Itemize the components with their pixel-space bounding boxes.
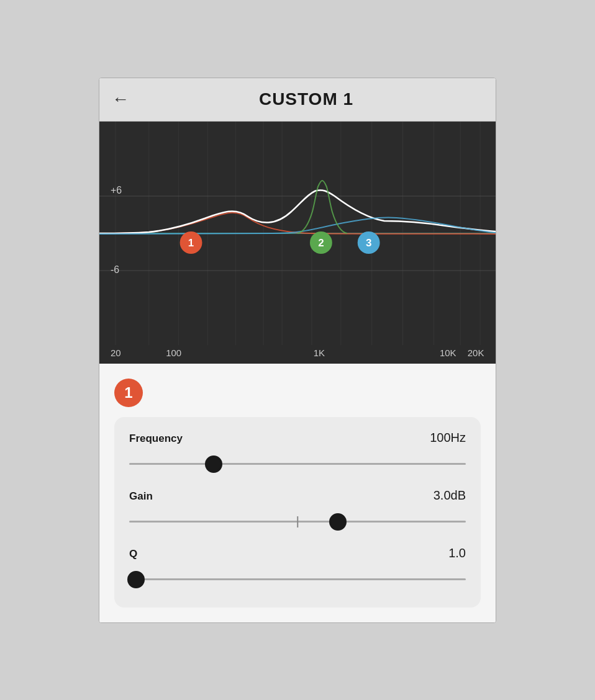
active-band-indicator: 1 xyxy=(114,379,143,407)
svg-text:3: 3 xyxy=(366,236,371,248)
frequency-slider-row: Frequency 100Hz xyxy=(129,431,466,475)
svg-text:-6: -6 xyxy=(111,264,119,274)
q-header: Q 1.0 xyxy=(129,546,466,560)
svg-text:20K: 20K xyxy=(468,347,484,357)
gain-value: 3.0dB xyxy=(434,488,466,503)
app-container: ← CUSTOM 1 xyxy=(99,78,496,623)
frequency-track-wrapper xyxy=(129,463,466,465)
slider-card: Frequency 100Hz Gain 3.0dB xyxy=(114,417,481,608)
q-slider-row: Q 1.0 xyxy=(129,546,466,590)
q-track xyxy=(129,578,466,580)
gain-header: Gain 3.0dB xyxy=(129,488,466,503)
svg-text:10K: 10K xyxy=(440,347,456,357)
gain-slider-row: Gain 3.0dB xyxy=(129,488,466,532)
svg-text:2: 2 xyxy=(318,236,324,248)
gain-track-wrapper xyxy=(129,521,466,523)
active-band-number: 1 xyxy=(124,384,132,402)
q-thumb[interactable] xyxy=(127,571,145,588)
gain-thumb[interactable] xyxy=(329,513,347,531)
gain-track xyxy=(129,521,466,523)
page-title: CUSTOM 1 xyxy=(129,89,483,109)
eq-svg: +6 -6 20 100 1K 10K 20K 1 2 3 xyxy=(99,122,496,364)
frequency-thumb[interactable] xyxy=(205,455,222,473)
svg-text:20: 20 xyxy=(111,347,121,357)
svg-text:+6: +6 xyxy=(111,184,122,195)
gain-label: Gain xyxy=(129,490,153,503)
gain-center-marker xyxy=(297,516,298,527)
svg-text:1: 1 xyxy=(188,236,194,248)
frequency-track xyxy=(129,463,466,465)
q-track-wrapper xyxy=(129,578,466,580)
frequency-header: Frequency 100Hz xyxy=(129,431,466,445)
frequency-label: Frequency xyxy=(129,433,183,445)
q-value: 1.0 xyxy=(448,546,466,560)
q-label: Q xyxy=(129,548,137,560)
svg-text:100: 100 xyxy=(166,347,181,357)
gain-slider-track-container[interactable] xyxy=(129,511,466,532)
controls-panel: 1 Frequency 100Hz xyxy=(99,364,496,622)
q-slider-track-container[interactable] xyxy=(129,569,466,590)
header: ← CUSTOM 1 xyxy=(99,78,496,122)
frequency-slider-track-container[interactable] xyxy=(129,454,466,475)
eq-chart[interactable]: +6 -6 20 100 1K 10K 20K 1 2 3 xyxy=(99,122,496,364)
svg-text:1K: 1K xyxy=(314,347,325,357)
frequency-value: 100Hz xyxy=(430,431,466,445)
back-button[interactable]: ← xyxy=(112,91,129,108)
